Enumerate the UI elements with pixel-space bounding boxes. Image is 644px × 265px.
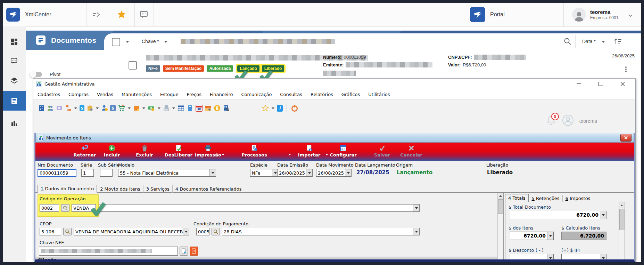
- toolbar-icon-seller[interactable]: [101, 104, 108, 113]
- sub-serie-input[interactable]: [100, 169, 113, 177]
- cfop-combo[interactable]: VENDA DE MERCADORIA ADQUIRIDA OU RECEBID…: [74, 228, 189, 235]
- forward-icon[interactable]: [92, 11, 101, 19]
- toolbar-icon-info[interactable]: i: [277, 104, 283, 113]
- row-checkbox[interactable]: [129, 61, 137, 70]
- menu-estoque[interactable]: Estoque: [160, 92, 179, 97]
- data-emissao-combo[interactable]: 26/08/2025: [277, 169, 313, 177]
- incluir-button[interactable]: Incluir: [104, 144, 120, 158]
- portal-logo[interactable]: [470, 7, 485, 22]
- toolbar-icon-products[interactable]: [86, 104, 93, 113]
- desliberar-button[interactable]: DesLiberar: [165, 144, 192, 158]
- scroll-up-icon[interactable]: [619, 202, 624, 208]
- operacao-combo[interactable]: [99, 204, 420, 212]
- tab-impostos[interactable]: 6 Impostos: [562, 195, 593, 202]
- toolbar-icon-money[interactable]: [148, 104, 155, 113]
- toolbar-icon-company[interactable]: [38, 104, 45, 113]
- menu-relatorios[interactable]: Relatórios: [311, 92, 333, 97]
- condicao-search-icon[interactable]: [212, 228, 220, 235]
- totais-scrollbar[interactable]: [619, 202, 625, 262]
- left-panel-scrollbar[interactable]: [497, 193, 503, 262]
- excluir-button[interactable]: Excluir: [136, 144, 153, 158]
- sidebar-item-documents[interactable]: [3, 91, 26, 111]
- data-movimento-combo[interactable]: 26/08/2025: [316, 169, 352, 177]
- impressao-button[interactable]: Impressão: [195, 144, 221, 158]
- notifications-bell[interactable]: 0: [546, 115, 556, 127]
- dropdown-caret[interactable]: [128, 107, 131, 109]
- favorites-star-icon[interactable]: [117, 10, 126, 21]
- search-icon[interactable]: [563, 37, 572, 47]
- cfop-input[interactable]: 5.106: [40, 228, 61, 235]
- processos-button[interactable]: Processos: [241, 144, 267, 158]
- toolbar-icon-register[interactable]: [163, 104, 170, 113]
- toolbar-icon-company-search[interactable]: [223, 104, 230, 113]
- sort-field-selector[interactable]: Data *: [582, 39, 596, 44]
- comments-icon[interactable]: [140, 11, 149, 21]
- toolbar-icon-cart[interactable]: [118, 104, 125, 113]
- dropdown-caret[interactable]: [172, 107, 175, 109]
- dropdown-caret[interactable]: [74, 107, 77, 109]
- minimize-button[interactable]: [572, 79, 586, 88]
- toolbar-icon-structure[interactable]: [65, 104, 72, 113]
- document-row[interactable]: NF-e Sem Manifestação Autorizada Lançado…: [26, 50, 641, 78]
- sort-dropdown-caret[interactable]: [602, 41, 605, 43]
- ipi-input[interactable]: [561, 254, 606, 262]
- dropdown-caret[interactable]: [142, 107, 145, 109]
- impressao-dropdown-caret[interactable]: [222, 154, 224, 155]
- maximize-button[interactable]: [594, 79, 608, 88]
- xmlcenter-logo[interactable]: [6, 8, 20, 22]
- configurar-button[interactable]: Configurar: [330, 144, 357, 158]
- tab-movto-itens[interactable]: 2 Movto dos Itens: [97, 185, 143, 193]
- chave-nfe-doc-button[interactable]: [180, 247, 188, 256]
- menu-consultas[interactable]: Consultas: [280, 92, 302, 97]
- sidebar-item-layers[interactable]: [3, 73, 26, 88]
- user-block[interactable]: teorema Empresa: 0001: [590, 9, 618, 20]
- nro-documento-input[interactable]: 0000011059: [38, 169, 76, 177]
- sidebar-item-reports[interactable]: [3, 115, 26, 131]
- select-all-checkbox[interactable]: [112, 38, 120, 46]
- codigo-operacao-search-icon[interactable]: [61, 204, 69, 212]
- menu-graficos[interactable]: Gráficos: [341, 92, 360, 97]
- row-menu-icon[interactable]: [625, 66, 627, 73]
- toolbar-icon-calculator[interactable]: [187, 104, 193, 113]
- tab-totais[interactable]: 4 Totais: [505, 194, 529, 202]
- menu-utilitarios[interactable]: Utilitários: [368, 92, 390, 97]
- toolbar-icon-bank[interactable]: $: [110, 104, 116, 113]
- desconto-input[interactable]: [510, 254, 554, 262]
- toolbar-icon-table[interactable]: [177, 104, 184, 113]
- dropdown-caret[interactable]: [96, 107, 99, 109]
- toolbar-icon-card[interactable]: [56, 104, 63, 113]
- sidebar-item-messages[interactable]: [3, 54, 26, 69]
- modelo-combo[interactable]: 55 - Nota Fiscal Eletrônica: [118, 169, 216, 177]
- toolbar-user-icon[interactable]: [562, 114, 574, 128]
- checkbox-dropdown-caret[interactable]: [126, 41, 129, 43]
- movimento-titlebar[interactable]: Movimento de Itens: [35, 133, 634, 143]
- toolbar-icon-clients[interactable]: [47, 104, 54, 113]
- menu-vendas[interactable]: Vendas: [97, 92, 113, 97]
- toolbar-icon-lock[interactable]: [214, 104, 221, 113]
- sort-order-icon[interactable]: [613, 37, 622, 47]
- toolbar-icon-services[interactable]: S: [80, 104, 84, 113]
- scroll-up-icon[interactable]: [498, 193, 503, 199]
- scroll-thumb[interactable]: [498, 199, 503, 214]
- menu-cadastros[interactable]: Cadastros: [38, 92, 60, 97]
- importar-dropdown-caret[interactable]: [325, 154, 328, 155]
- dropdown-caret[interactable]: [158, 107, 160, 109]
- especie-combo[interactable]: NFe: [250, 169, 279, 177]
- toolbar-icon-calendar[interactable]: 30: [196, 104, 203, 113]
- menu-financeiro[interactable]: Financeiro: [210, 92, 233, 97]
- cfop-search-icon[interactable]: [63, 228, 72, 235]
- dropdown-caret[interactable]: [272, 107, 274, 109]
- field-dropdown-caret[interactable]: [164, 41, 167, 43]
- dos-itens-input[interactable]: 6720,00: [510, 232, 554, 240]
- tab-dados-documento[interactable]: 1 Dados do Documento: [38, 185, 97, 193]
- menu-precos[interactable]: Preços: [187, 92, 201, 97]
- search-field-selector[interactable]: Chave *: [142, 39, 159, 44]
- gestao-titlebar[interactable]: Gestão Administrativa: [33, 79, 635, 89]
- importar-button[interactable]: Importar: [298, 144, 320, 158]
- menu-comunicacao[interactable]: Comunicação: [241, 92, 272, 97]
- chevron-down-icon[interactable]: [628, 13, 633, 19]
- sidebar-item-dashboard[interactable]: [3, 34, 26, 49]
- retornar-button[interactable]: Retornar: [74, 144, 96, 158]
- condicao-input[interactable]: 0005: [196, 228, 209, 235]
- codigo-operacao-input[interactable]: 0082: [40, 204, 59, 212]
